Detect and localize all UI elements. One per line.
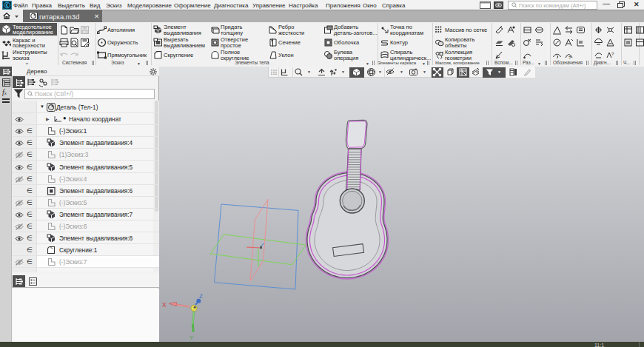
svg-text:?: ? [611,52,614,56]
svg-text:Y: Y [189,334,194,341]
svg-text:Z: Z [199,293,203,300]
svg-text:X: X [162,301,167,309]
